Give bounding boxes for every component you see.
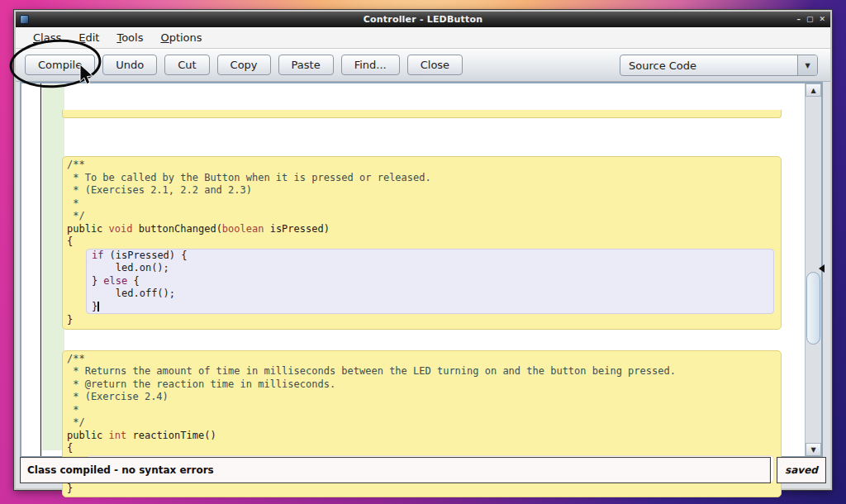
title-bar[interactable]: Controller - LEDButton – ▢ ✕ [16,12,830,27]
maximize-button[interactable]: ▢ [806,16,814,23]
toolbar: Compile Undo Cut Copy Paste Find... Clos… [16,49,830,82]
breakpoint-gutter[interactable] [21,83,40,456]
code-line[interactable]: * [63,404,781,417]
code-line[interactable]: } [64,301,773,314]
cut-button[interactable]: Cut [164,55,209,75]
code-line[interactable]: { [63,235,781,249]
gutter-separator [40,83,41,456]
editor-window: Controller - LEDButton – ▢ ✕ Class Edit … [14,10,832,490]
menu-tools[interactable]: Tools [109,29,150,46]
view-selector-value: Source Code [620,55,797,75]
scrolled-code-remnant [62,110,782,118]
code-line[interactable]: public void buttonChanged(boolean isPres… [63,223,781,236]
window-title: Controller - LEDButton [16,14,830,25]
code-lines[interactable]: /** * To be called by the Button when it… [62,83,803,497]
code-line[interactable]: /** [63,353,781,366]
scrollbar-thumb[interactable] [806,272,820,345]
selection-scope-box: if (isPressed) { led.on(); } else { led.… [86,249,774,315]
code-line[interactable]: * (Exercises 2.1, 2.2 and 2.3) [63,184,781,197]
code-line[interactable]: } [63,483,781,496]
code-line[interactable]: */ [63,210,781,223]
split-pane-collapse-arrow-icon[interactable] [819,264,825,273]
code-line[interactable]: */ [63,416,781,430]
code-line[interactable]: /** [63,159,781,172]
editor-pane: /** * To be called by the Button when it… [20,82,823,458]
code-line[interactable]: public int reactionTime() [63,430,781,443]
status-message: Class compiled - no syntax errors [20,457,771,483]
menu-edit[interactable]: Edit [71,29,107,46]
close-button[interactable]: Close [407,55,463,75]
code-line[interactable]: if (isPressed) { [64,250,773,263]
chevron-down-icon[interactable]: ▼ [797,55,817,75]
code-line[interactable]: * To be called by the Button when it is … [63,172,781,185]
code-line[interactable]: * (Exercise 2.4) [63,391,781,404]
code-line[interactable]: } else { [64,275,773,288]
paste-button[interactable]: Paste [278,55,334,75]
undo-button[interactable]: Undo [102,55,157,75]
code-line[interactable]: led.off(); [64,288,773,301]
code-line[interactable]: } [63,314,781,327]
code-line[interactable]: led.on(); [64,262,773,275]
view-selector-dropdown[interactable]: Source Code ▼ [620,55,818,76]
scroll-down-arrow-icon[interactable]: ▼ [806,443,821,456]
status-bar: Class compiled - no syntax errors saved [20,457,826,483]
method-scope-block: /** * To be called by the Button when it… [62,156,782,330]
save-state-badge: saved [777,457,826,483]
compile-button[interactable]: Compile [25,55,95,75]
close-window-button[interactable]: ✕ [819,16,825,23]
copy-button[interactable]: Copy [217,55,271,75]
class-scope-highlight [42,84,64,450]
menu-options[interactable]: Options [153,29,209,46]
code-line[interactable]: * @return the reaction time in milliseco… [63,378,781,392]
minimize-button[interactable]: – [796,16,801,23]
find-button[interactable]: Find... [341,55,400,75]
code-line[interactable]: { [63,442,781,455]
scroll-up-arrow-icon[interactable]: ▲ [806,83,821,97]
code-line[interactable]: * [63,197,781,211]
menu-class[interactable]: Class [26,29,69,46]
code-line[interactable]: * Returns the amount of time in millisec… [63,365,781,378]
menu-bar: Class Edit Tools Options [16,27,830,49]
